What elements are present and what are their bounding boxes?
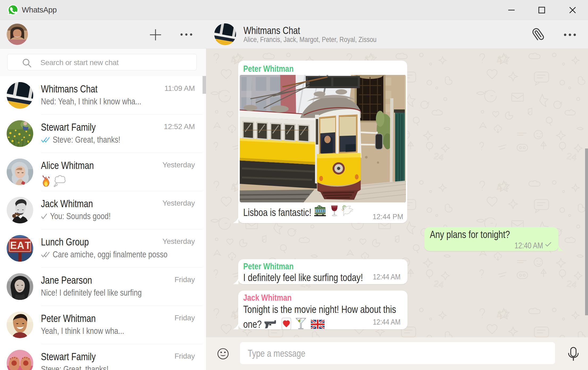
svg-text:T: T [25, 240, 31, 251]
svg-text:E: E [10, 240, 17, 251]
svg-text:A: A [17, 240, 24, 251]
